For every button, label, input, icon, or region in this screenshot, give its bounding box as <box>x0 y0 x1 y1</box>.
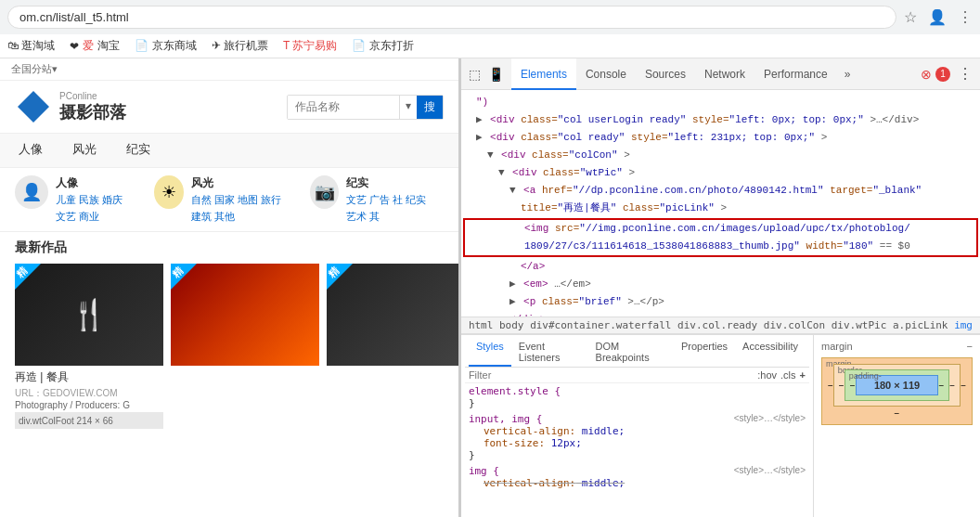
bookmark-item[interactable]: T 苏宁易购 <box>283 38 337 54</box>
bookmark-item[interactable]: ❤ 爱淘宝 <box>70 38 120 54</box>
work-card-3: 精 <box>327 264 459 429</box>
margin-values: − border − padding- <box>828 364 966 407</box>
sub-link[interactable]: 文艺 <box>346 193 367 207</box>
tag-text: </a> <box>521 261 545 272</box>
sub-link[interactable]: 文艺 <box>56 210 76 224</box>
tree-line[interactable]: ▶ <em> …</em> <box>461 276 980 293</box>
work-image-1[interactable]: 精 🍴 <box>15 264 163 366</box>
star-icon[interactable]: ☆ <box>904 8 917 26</box>
logo-subtitle: PConline <box>59 91 126 101</box>
highlighted-selection: <img src="//img.pconline.com.cn/images/u… <box>463 218 978 257</box>
search-button[interactable]: 搜 <box>417 96 443 119</box>
sub-link[interactable]: 婚庆 <box>102 193 122 207</box>
tree-line-highlighted-2[interactable]: 1809/27/c3/111614618_1538041868883_thumb… <box>465 238 976 255</box>
tab-sources[interactable]: Sources <box>636 58 695 90</box>
sub-link[interactable]: 建筑 <box>191 210 212 224</box>
menu-icon[interactable]: ⋮ <box>958 8 973 26</box>
breadcrumb-colcon[interactable]: div.colCon <box>764 319 825 331</box>
search-input[interactable] <box>288 96 399 119</box>
tab-performance[interactable]: Performance <box>754 58 837 90</box>
sub-link[interactable]: 儿童 <box>56 193 76 207</box>
prop-val: middle; <box>582 425 625 437</box>
sub-link[interactable]: 商业 <box>79 210 99 224</box>
attr-name: src= <box>555 223 579 234</box>
sub-link[interactable]: 艺术 <box>346 210 367 224</box>
sub-link[interactable]: 社 <box>393 193 403 207</box>
sub-link[interactable]: 其他 <box>214 210 235 224</box>
work-card-1: 精 🍴 再造 | 餐具 URL：GEDOVIEW.COM Photography… <box>15 264 163 429</box>
category-renxiang: 👤 人像 儿童 民族 婚庆 文艺 商业 <box>15 175 132 224</box>
tag-text: <p <box>523 296 535 307</box>
attr-value: "再造|餐具" <box>557 202 616 213</box>
devtools-menu-icon[interactable]: ⋮ <box>958 65 973 83</box>
hov-button[interactable]: :hov <box>757 369 777 381</box>
breadcrumb-img[interactable]: img <box>954 319 973 331</box>
cls-button[interactable]: .cls <box>780 369 796 381</box>
sub-link[interactable]: 其 <box>369 210 380 224</box>
tab-elements[interactable]: Elements <box>511 58 576 90</box>
filter-input[interactable] <box>469 369 754 381</box>
tree-line[interactable]: ▶ <div class="col userLogin ready" style… <box>461 111 980 129</box>
category-sub-links: 文艺 广告 社 纪实 艺术 其 <box>346 193 443 224</box>
top-nav-item[interactable]: 全国分站▾ <box>11 62 58 76</box>
bookmark-item[interactable]: 📄 京东商域 <box>135 38 196 54</box>
tab-properties[interactable]: Properties <box>674 339 735 367</box>
work-image-2[interactable]: 精 <box>171 264 319 366</box>
tree-line[interactable]: ") <box>461 94 980 111</box>
url-input[interactable]: om.cn/list/all_t5.html <box>7 6 896 29</box>
tab-styles[interactable]: Styles <box>469 339 511 367</box>
tab-console[interactable]: Console <box>576 58 636 90</box>
sub-link[interactable]: 自然 <box>191 193 212 207</box>
bookmark-item[interactable]: ✈ 旅行机票 <box>212 38 268 54</box>
attr-name: style= <box>692 114 729 125</box>
logo-icon <box>15 88 52 125</box>
category-icon-area: 👤 <box>15 175 48 209</box>
tab-accessibility[interactable]: Accessibility <box>735 339 806 367</box>
tree-line[interactable]: ▼ <div class="colCon" > <box>461 147 980 164</box>
sub-link[interactable]: 广告 <box>369 193 390 207</box>
box-model-pane: margin − margin − border <box>813 335 980 517</box>
top-nav: 全国分站▾ <box>0 58 458 81</box>
breadcrumb-html[interactable]: html <box>469 319 494 331</box>
margin-bottom-val: − <box>828 408 966 419</box>
sub-link[interactable]: 民族 <box>79 193 99 207</box>
account-icon[interactable]: 👤 <box>928 8 947 26</box>
tab-network[interactable]: Network <box>695 58 754 90</box>
tree-line[interactable]: title="再造|餐具" class="picLink" > <box>461 200 980 217</box>
breadcrumb-body[interactable]: body <box>499 319 524 331</box>
tab-more[interactable]: » <box>837 68 858 81</box>
tree-line[interactable]: ▼ <a href="//dp.pconline.com.cn/photo/48… <box>461 182 980 200</box>
search-dropdown[interactable]: ▾ <box>399 96 417 119</box>
tag-text: <em> <box>523 278 548 290</box>
nav-item-fengguang[interactable]: 风光 <box>69 134 100 167</box>
breadcrumb-col[interactable]: div.col.ready <box>677 319 757 331</box>
responsive-icon[interactable]: 📱 <box>488 67 504 82</box>
nav-item-renxiang[interactable]: 人像 <box>15 134 46 167</box>
tab-dom-breakpoints[interactable]: DOM Breakpoints <box>588 339 674 367</box>
breadcrumb-piclink[interactable]: a.picLink <box>893 319 948 331</box>
bottom-panel: Styles Event Listeners DOM Breakpoints P… <box>461 334 980 517</box>
breadcrumb-container[interactable]: div#container.waterfall <box>530 319 671 331</box>
sub-link[interactable]: 国家 <box>214 193 235 207</box>
breadcrumb-wtpic[interactable]: div.wtPic <box>832 319 887 331</box>
website-panel: 全国分站▾ PConline 摄影部落 ▾ 搜 人像 风光 <box>0 58 459 517</box>
tag-text: <a <box>523 185 535 196</box>
tree-line-highlighted-1[interactable]: <img src="//img.pconline.com.cn/images/u… <box>465 220 976 238</box>
tree-line[interactable]: ▶ <p class="brief" >…</p> <box>461 293 980 311</box>
tag-text: <div <box>490 132 514 143</box>
tree-line[interactable]: ▶ <div class="col ready" style="left: 23… <box>461 129 980 147</box>
inspect-icon[interactable]: ⬚ <box>469 67 481 82</box>
work-image-3[interactable]: 精 <box>327 264 459 366</box>
sub-link[interactable]: 旅行 <box>261 193 281 207</box>
sub-link[interactable]: 纪实 <box>406 193 426 207</box>
tab-event-listeners[interactable]: Event Listeners <box>511 339 588 367</box>
sub-link[interactable]: 地图 <box>238 193 258 207</box>
bookmark-item[interactable]: 🛍 逛淘域 <box>7 38 55 54</box>
bookmark-item[interactable]: 📄 京东打折 <box>352 38 413 54</box>
css-prop: vertical-align: middle; <box>469 477 625 489</box>
nav-item-jishi[interactable]: 纪实 <box>122 134 154 167</box>
add-style-button[interactable]: + <box>800 369 806 381</box>
tree-line[interactable]: </a> <box>461 258 980 276</box>
tree-line[interactable]: ▼ <div class="wtPic" > <box>461 164 980 182</box>
attr-name: class= <box>521 114 558 125</box>
